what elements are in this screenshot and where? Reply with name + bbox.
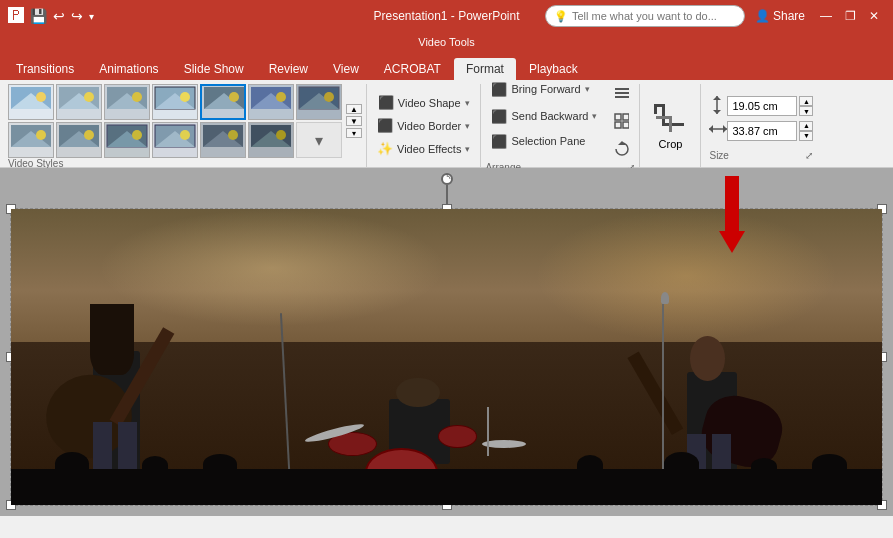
- width-decrement-button[interactable]: ▼: [799, 131, 813, 141]
- tab-slideshow[interactable]: Slide Show: [172, 58, 256, 80]
- video-border-button[interactable]: ⬛ Video Border ▾: [371, 115, 476, 137]
- crop-label: Crop: [659, 138, 683, 150]
- height-increment-button[interactable]: ▲: [799, 96, 813, 106]
- quick-access-redo[interactable]: ↪: [71, 8, 83, 24]
- video-frame[interactable]: [10, 208, 883, 506]
- arrow-head: [719, 231, 745, 253]
- svg-point-31: [36, 130, 46, 140]
- svg-point-3: [36, 92, 46, 102]
- crop-section: Crop: [640, 84, 701, 167]
- share-icon: 👤: [755, 9, 770, 23]
- svg-rect-52: [615, 88, 629, 90]
- size-content: ▲ ▼ ▲ ▼: [709, 88, 813, 150]
- share-button[interactable]: 👤 Share: [747, 7, 813, 25]
- tab-view[interactable]: View: [321, 58, 371, 80]
- height-icon: [709, 96, 725, 117]
- group-icon: [613, 112, 629, 130]
- tab-review[interactable]: Review: [257, 58, 320, 80]
- title-bar-left: 🅿 💾 ↩ ↪ ▾: [8, 7, 94, 25]
- quick-access-save[interactable]: 💾: [30, 8, 47, 24]
- ribbon-tabs: Transitions Animations Slide Show Review…: [0, 52, 893, 80]
- canvas-area: [0, 168, 893, 516]
- tab-acrobat[interactable]: ACROBAT: [372, 58, 453, 80]
- svg-rect-65: [654, 104, 664, 107]
- scroll-up-button[interactable]: ▲: [346, 104, 362, 114]
- svg-marker-67: [713, 96, 721, 100]
- quick-access-more[interactable]: ▾: [89, 11, 94, 22]
- bring-forward-button[interactable]: ⬛ Bring Forward ▾: [485, 76, 603, 102]
- width-row: ▲ ▼: [709, 121, 813, 141]
- bring-forward-icon: ⬛: [491, 82, 507, 97]
- style-thumb-1[interactable]: [8, 84, 54, 120]
- tab-transitions[interactable]: Transitions: [4, 58, 86, 80]
- size-expand-icon[interactable]: ⤢: [805, 150, 813, 161]
- height-input[interactable]: [727, 96, 797, 116]
- arrange-group-button[interactable]: [607, 108, 635, 134]
- arrange-col1: ⬛ Bring Forward ▾ ⬛ Send Backward ▾ ⬛ Se…: [485, 76, 603, 152]
- style-thumb-6[interactable]: [248, 84, 294, 120]
- selection-pane-button[interactable]: ⬛ Selection Pane: [485, 130, 603, 152]
- height-decrement-button[interactable]: ▼: [799, 106, 813, 116]
- svg-point-11: [132, 92, 142, 102]
- style-thumb-2[interactable]: [56, 84, 102, 120]
- svg-point-47: [228, 130, 238, 140]
- minimize-button[interactable]: —: [815, 5, 837, 27]
- style-thumb-12[interactable]: [200, 122, 246, 158]
- style-thumb-3[interactable]: [104, 84, 150, 120]
- svg-marker-70: [709, 125, 713, 133]
- width-increment-button[interactable]: ▲: [799, 121, 813, 131]
- svg-marker-72: [446, 175, 448, 177]
- crop-button[interactable]: Crop: [648, 98, 692, 154]
- send-backward-button[interactable]: ⬛ Send Backward ▾: [485, 103, 603, 129]
- svg-point-43: [180, 130, 190, 140]
- video-tools-bar: Video Tools: [0, 32, 893, 52]
- width-spinner: ▲ ▼: [799, 121, 813, 141]
- tab-animations[interactable]: Animations: [87, 58, 170, 80]
- style-thumb-13[interactable]: [248, 122, 294, 158]
- height-row: ▲ ▼: [709, 96, 813, 117]
- quick-access-undo[interactable]: ↩: [53, 8, 65, 24]
- svg-point-39: [132, 130, 142, 140]
- video-effects-button[interactable]: ✨ Video Effects ▾: [371, 138, 476, 160]
- ribbon: ▾ ▲ ▼ ▾ Video Styles ⬛ Video Shape ▾ ⬛ V…: [0, 80, 893, 168]
- selection-pane-icon: ⬛: [491, 134, 507, 149]
- svg-point-23: [276, 92, 286, 102]
- svg-rect-58: [623, 122, 629, 128]
- svg-rect-60: [662, 104, 665, 126]
- style-thumb-14[interactable]: ▾: [296, 122, 342, 158]
- concert-video: [11, 209, 882, 505]
- mic-right: [661, 292, 669, 304]
- svg-rect-63: [669, 116, 672, 132]
- tell-me-input[interactable]: [572, 10, 736, 22]
- size-label: Size ⤢: [709, 150, 813, 163]
- video-tools-label: Video Tools: [418, 36, 474, 48]
- svg-rect-55: [615, 114, 621, 120]
- style-thumb-9[interactable]: [56, 122, 102, 158]
- arrange-rotate-button[interactable]: [607, 136, 635, 162]
- send-backward-arrow: ▾: [592, 111, 597, 121]
- scroll-more-button[interactable]: ▾: [346, 128, 362, 138]
- width-input[interactable]: [727, 121, 797, 141]
- scroll-down-button[interactable]: ▼: [346, 116, 362, 126]
- crop-content: Crop: [648, 88, 692, 163]
- style-thumb-4[interactable]: [152, 84, 198, 120]
- svg-marker-68: [713, 110, 721, 114]
- restore-button[interactable]: ❐: [839, 5, 861, 27]
- rotation-handle[interactable]: [441, 173, 453, 185]
- style-thumb-10[interactable]: [104, 122, 150, 158]
- video-border-arrow: ▾: [465, 121, 470, 131]
- style-thumb-11[interactable]: [152, 122, 198, 158]
- video-effects-arrow: ▾: [465, 144, 470, 154]
- video-shape-button[interactable]: ⬛ Video Shape ▾: [372, 92, 476, 114]
- close-button[interactable]: ✕: [863, 5, 885, 27]
- style-thumb-5[interactable]: [200, 84, 246, 120]
- tell-me-box[interactable]: 💡: [545, 5, 745, 27]
- arrange-align-button[interactable]: [607, 80, 635, 106]
- svg-rect-56: [623, 114, 629, 120]
- svg-rect-61: [662, 123, 684, 126]
- arrange-section: ⬛ Bring Forward ▾ ⬛ Send Backward ▾ ⬛ Se…: [481, 84, 640, 167]
- style-thumb-8[interactable]: [8, 122, 54, 158]
- video-styles-content: ▾ ▲ ▼ ▾: [8, 84, 362, 158]
- height-spinner: ▲ ▼: [799, 96, 813, 116]
- style-thumb-7[interactable]: [296, 84, 342, 120]
